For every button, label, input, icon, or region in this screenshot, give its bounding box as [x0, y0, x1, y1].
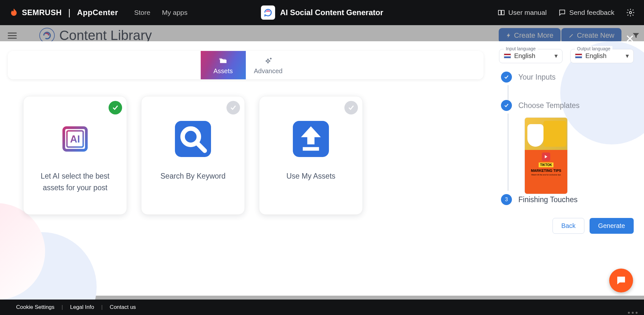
svg-point-0 [630, 12, 632, 14]
generate-button[interactable]: Generate [590, 218, 634, 234]
svg-rect-21 [303, 147, 319, 151]
nav-store[interactable]: Store [134, 9, 150, 16]
brand-divider: | [68, 7, 71, 18]
us-flag-icon [504, 54, 511, 58]
chevron-down-icon: ▾ [554, 52, 558, 60]
gear-sparkle-icon [264, 56, 273, 65]
step-finishing-touches[interactable]: 3 Finishing Touches [501, 194, 634, 205]
card-use-check-icon [344, 101, 358, 114]
back-button[interactable]: Back [553, 218, 584, 234]
footer-cookie-settings[interactable]: Cookie Settings [16, 304, 54, 310]
nav-right: User manual Send feedback [497, 8, 635, 17]
step-3-label: Finishing Touches [518, 195, 578, 204]
step-number-bullet: 3 [501, 194, 512, 205]
card-ai-select[interactable]: AI Let AI select the best assets for you… [23, 96, 127, 215]
card-search-keyword[interactable]: Search By Keyword [141, 96, 245, 215]
step-connector [508, 85, 508, 100]
language-selectors: Input language English ▾ Output language… [499, 49, 634, 63]
brand[interactable]: SEMRUSH | AppCenter [9, 7, 118, 18]
template-thumbnail[interactable]: TIKTOK MARKETING TIPS Watch till the end… [524, 117, 568, 194]
chat-swirl-icon [263, 8, 273, 17]
tab-advanced[interactable]: Advanced [246, 51, 291, 79]
thumb-tiktok-badge: TIKTOK [539, 162, 553, 167]
search-tile-icon [170, 116, 216, 162]
chevron-down-icon: ▾ [626, 52, 629, 60]
input-language-label: Input language [504, 46, 538, 51]
send-feedback-link[interactable]: Send feedback [558, 9, 614, 16]
comment-icon [558, 9, 566, 16]
send-feedback-label: Send feedback [569, 9, 614, 16]
step-1-label: Your Inputs [518, 73, 556, 82]
gear-icon[interactable] [626, 8, 635, 17]
footer-contact-us[interactable]: Contact us [110, 304, 136, 310]
folder-stack-icon [218, 56, 228, 65]
tab-advanced-label: Advanced [254, 67, 283, 75]
thumb-subtitle: Watch till the end for exclusive tips [527, 174, 565, 176]
svg-point-1 [267, 60, 269, 62]
output-language-label: Output language [575, 46, 612, 51]
tab-assets-label: Assets [213, 67, 233, 75]
user-manual-label: User manual [508, 9, 547, 16]
footer-legal-info[interactable]: Legal Info [70, 304, 94, 310]
thumbnail-image [525, 118, 567, 150]
modal-left-pane: Assets Advanced AI [0, 41, 499, 296]
svg-text:AI: AI [70, 133, 80, 145]
nav-myapps[interactable]: My apps [162, 9, 187, 16]
book-icon [497, 9, 505, 16]
nav-links: Store My apps [134, 9, 187, 16]
brand-sub: AppCenter [77, 8, 118, 17]
input-language-value: English [514, 52, 535, 60]
footer: Cookie Settings | Legal Info | Contact u… [0, 300, 644, 315]
step-choose-templates[interactable]: Choose Templates [501, 100, 634, 111]
output-language-select[interactable]: Output language English ▾ [570, 49, 634, 63]
card-use-label: Use My Assets [286, 171, 335, 182]
close-modal-button[interactable]: ✕ [625, 32, 634, 45]
brand-main: SEMRUSH [22, 8, 62, 17]
step-2-label: Choose Templates [518, 101, 580, 110]
resize-grip-icon [628, 312, 638, 314]
asset-option-cards: AI Let AI select the best assets for you… [23, 96, 484, 215]
card-search-label: Search By Keyword [160, 171, 226, 182]
intercom-chat-button[interactable] [609, 269, 633, 292]
app-title: AI Social Content Generator [280, 8, 383, 17]
output-language-value: English [585, 52, 607, 60]
wizard-steps: Your Inputs Choose Templates [499, 72, 634, 205]
chat-bubble-icon [615, 275, 627, 286]
card-use-my-assets[interactable]: Use My Assets [259, 96, 363, 215]
app-icon [261, 5, 275, 20]
user-manual-link[interactable]: User manual [497, 9, 547, 16]
input-language-select[interactable]: Input language English ▾ [499, 49, 562, 63]
card-search-check-icon [226, 101, 240, 114]
ai-chip-icon: AI [53, 116, 98, 162]
action-buttons: Back Generate [499, 218, 634, 234]
thumb-title: MARKETING TIPS [527, 169, 565, 172]
step-your-inputs[interactable]: Your Inputs [501, 72, 634, 83]
nav-center-app: AI Social Content Generator [261, 5, 383, 20]
modal-right-pane: Input language English ▾ Output language… [499, 41, 644, 296]
wizard-modal: Assets Advanced AI [0, 41, 644, 296]
top-nav: SEMRUSH | AppCenter Store My apps AI Soc… [0, 0, 644, 25]
semrush-flame-icon [9, 8, 19, 17]
check-bullet-icon [501, 72, 512, 83]
check-bullet-icon [501, 100, 512, 111]
tab-assets[interactable]: Assets [201, 51, 246, 79]
card-ai-label: Let AI select the best assets for your p… [33, 171, 118, 193]
tabs-bar: Assets Advanced [8, 51, 484, 79]
card-ai-check-icon [109, 101, 122, 114]
us-flag-icon [575, 54, 582, 58]
upload-tile-icon [288, 116, 333, 162]
play-icon [542, 153, 550, 161]
